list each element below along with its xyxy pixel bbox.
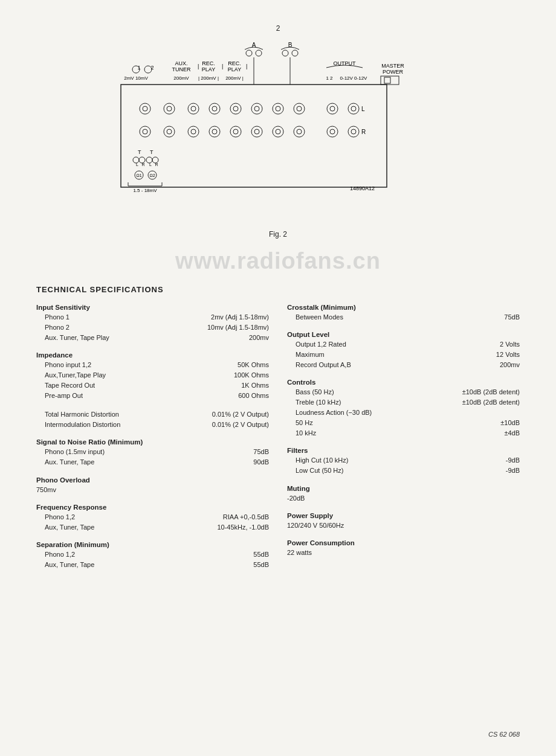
fig-label: Fig. 2 <box>269 230 287 239</box>
spec-group: Total Harmonic Distortion0.01% (2 V Outp… <box>36 409 269 430</box>
svg-text:REC.: REC. <box>202 60 215 66</box>
spec-row: Tape Record Out1K Ohms <box>36 380 269 391</box>
svg-point-63 <box>254 129 259 134</box>
svg-text:200mV |: 200mV | <box>225 75 244 81</box>
spec-label: Aux. Tuner, Tape <box>36 457 253 467</box>
spec-group-title: Impedance <box>36 351 269 359</box>
spec-label: Aux,Tuner,Tape Play <box>36 370 234 380</box>
spec-label: Output 1,2 Rated <box>287 339 500 350</box>
spec-row: Pre-amp Out600 Ohms <box>36 391 269 401</box>
svg-point-37 <box>209 103 220 114</box>
svg-point-61 <box>233 129 238 134</box>
spec-row: Low Cut (50 Hz)-9dB <box>287 466 520 476</box>
spec-value: 10-45kHz, -1.0dB <box>217 522 269 533</box>
svg-text:R: R <box>361 129 366 135</box>
spec-group-title: Crosstalk (Minimum) <box>287 304 520 311</box>
watermark: www.radiofans.cn <box>36 248 520 274</box>
spec-label: Maximum <box>287 350 496 360</box>
svg-text:PLAY: PLAY <box>228 66 241 72</box>
svg-point-43 <box>273 103 283 114</box>
svg-point-2 <box>246 50 252 56</box>
spec-value: 600 Ohms <box>238 391 269 401</box>
spec-value: 750mv <box>36 485 56 495</box>
spec-row: 750mv <box>36 485 269 495</box>
svg-point-56 <box>188 126 199 137</box>
svg-point-57 <box>191 129 196 134</box>
spec-label: Pre-amp Out <box>36 391 238 401</box>
spec-group: Output LevelOutput 1,2 Rated2 VoltsMaxim… <box>287 331 520 370</box>
spec-row: Phono input 1,250K Ohms <box>36 360 269 370</box>
spec-label: 10 kHz <box>287 428 504 438</box>
spec-group: Separation (Minimum)Phono 1,255dBAux, Tu… <box>36 541 269 570</box>
spec-group-title: Signal to Noise Ratio (Minimum) <box>36 438 269 446</box>
spec-value: ±4dB <box>504 428 520 438</box>
spec-value: 2mv (Adj 1.5-18mv) <box>211 312 269 322</box>
svg-point-31 <box>140 103 150 114</box>
spec-row: Aux. Tuner, Tape Play200mv <box>36 333 269 343</box>
svg-text:T: T <box>150 149 154 155</box>
svg-point-65 <box>276 129 280 134</box>
svg-point-59 <box>212 129 217 134</box>
spec-label: Tape Record Out <box>36 380 241 391</box>
spec-row: Loudness Action (−30 dB) <box>287 408 520 418</box>
spec-value: -9dB <box>506 466 520 476</box>
spec-label: Phono (1.5mv input) <box>36 447 253 457</box>
spec-group-title: Power Supply <box>287 512 520 519</box>
svg-text:|: | <box>222 63 223 69</box>
spec-group: Frequency ResponsePhono 1,2RIAA +0,-0.5d… <box>36 504 269 533</box>
spec-group: ControlsBass (50 Hz)±10dB (2dB detent)Tr… <box>287 379 520 438</box>
svg-text:2mV 10mV: 2mV 10mV <box>124 75 148 81</box>
spec-value: 75dB <box>253 447 269 457</box>
svg-point-52 <box>140 126 150 137</box>
svg-point-46 <box>297 106 302 111</box>
spec-group: Muting-20dB <box>287 485 520 504</box>
svg-point-64 <box>273 126 283 137</box>
svg-point-49 <box>348 103 359 114</box>
svg-point-47 <box>327 103 338 114</box>
footer-ref: CS 62 068 <box>488 731 520 738</box>
spec-row: Phono 1,255dB <box>36 549 269 560</box>
svg-point-58 <box>209 126 220 137</box>
spec-label: Low Cut (50 Hz) <box>287 466 506 476</box>
svg-point-42 <box>254 106 259 111</box>
svg-point-55 <box>167 129 172 134</box>
spec-label: Aux. Tuner, Tape Play <box>36 333 249 343</box>
spec-value: 200mv <box>249 333 269 343</box>
spec-group: Crosstalk (Minimum)Between Modes75dB <box>287 304 520 322</box>
spec-row: Phono 12mv (Adj 1.5-18mv) <box>36 312 269 322</box>
spec-row: Aux. Tuner, Tape90dB <box>36 457 269 467</box>
spec-row: Between Modes75dB <box>287 312 520 322</box>
spec-label: Record Output A,B <box>287 360 500 370</box>
svg-point-40 <box>233 106 238 111</box>
spec-value: 2 Volts <box>500 339 520 350</box>
spec-label: 50 Hz <box>287 418 500 428</box>
spec-row: Phono 1,2RIAA +0,-0.5dB <box>36 512 269 522</box>
spec-group-title: Filters <box>287 447 520 454</box>
svg-rect-21 <box>384 77 390 83</box>
svg-text:1       2: 1 2 <box>326 75 333 81</box>
svg-point-60 <box>230 126 241 137</box>
svg-text:1.5 - 18mV: 1.5 - 18mV <box>133 188 157 193</box>
svg-point-62 <box>251 126 262 137</box>
spec-row: 22 watts <box>287 548 520 558</box>
spec-label: Loudness Action (−30 dB) <box>287 408 520 418</box>
svg-text:14890A12: 14890A12 <box>350 185 375 191</box>
svg-text:REC.: REC. <box>228 60 241 66</box>
spec-value: 1K Ohms <box>241 380 269 391</box>
spec-row: 120/240 V 50/60Hz <box>287 521 520 531</box>
spec-label: Total Harmonic Distortion <box>36 409 212 420</box>
svg-point-35 <box>188 103 199 114</box>
svg-text:L: L <box>149 162 152 167</box>
spec-row: Aux, Tuner, Tape55dB <box>36 560 269 570</box>
spec-group-title: Phono Overload <box>36 476 269 484</box>
spec-row: Record Output A,B200mv <box>287 360 520 370</box>
svg-point-32 <box>143 106 147 111</box>
svg-text:L: L <box>361 106 365 112</box>
spec-label: Phono 1,2 <box>36 549 253 560</box>
svg-point-36 <box>191 106 196 111</box>
spec-label: Aux, Tuner, Tape <box>36 560 253 570</box>
svg-text:Ω2: Ω2 <box>149 173 155 178</box>
spec-row: 10 kHz±4dB <box>287 428 520 438</box>
svg-text:| 200mV |: | 200mV | <box>198 75 219 81</box>
spec-value: ±10dB (2dB detent) <box>462 387 520 397</box>
